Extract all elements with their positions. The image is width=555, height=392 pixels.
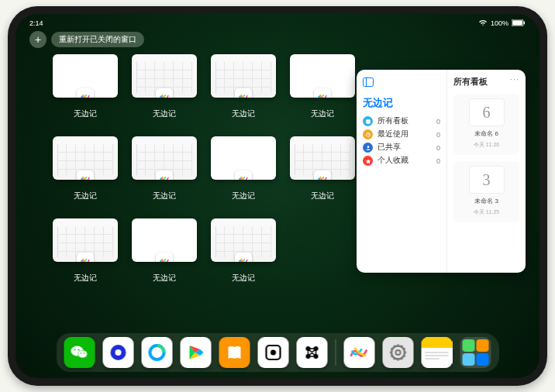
freeform-icon[interactable] [344, 337, 375, 368]
svg-line-29 [402, 358, 402, 359]
status-time: 2:14 [29, 19, 43, 27]
sidebar-item-count: 0 [436, 131, 440, 139]
board-name: 未命名 6 [474, 129, 498, 138]
board-thumbnail: 6 [469, 98, 505, 126]
window-label: 无边记 [153, 191, 176, 201]
freeform-app-icon [235, 88, 252, 98]
svg-line-32 [391, 356, 392, 356]
play-icon[interactable] [181, 337, 212, 368]
freeform-app-icon [156, 170, 173, 180]
svg-rect-1 [512, 20, 522, 26]
settings-icon[interactable] [383, 337, 414, 368]
status-bar: 2:14 100% [16, 17, 539, 29]
freeform-app-icon [77, 253, 94, 262]
freeform-app-icon [156, 88, 173, 98]
panel-title: 无边记 [363, 96, 440, 110]
app-library-icon[interactable] [460, 337, 491, 368]
sidebar-item-icon [363, 129, 373, 139]
svg-point-15 [84, 352, 85, 354]
svg-point-11 [78, 350, 88, 358]
dice-icon[interactable] [258, 337, 289, 368]
svg-line-35 [394, 346, 395, 347]
sidebar-item-icon [363, 143, 373, 153]
svg-rect-5 [366, 119, 370, 123]
svg-point-9 [367, 146, 369, 148]
sidebar-item[interactable]: 个人收藏0 [363, 154, 440, 167]
sidebar-icon [363, 76, 374, 90]
qqbrowser-icon[interactable] [142, 337, 173, 368]
window-label: 无边记 [74, 108, 97, 119]
window-thumbnail[interactable]: 无边记 [53, 136, 118, 201]
wifi-icon [478, 19, 488, 28]
window-thumbnail[interactable]: 无边记 [53, 218, 118, 284]
dock [57, 333, 499, 372]
board-card[interactable]: 6未命名 6今天 11:26 [453, 94, 519, 155]
freeform-app-icon [314, 88, 331, 98]
sidebar-item-count: 0 [436, 157, 440, 165]
freeform-app-icon [77, 88, 94, 98]
battery-icon [512, 19, 526, 28]
dock-separator [336, 339, 336, 366]
wechat-icon[interactable] [64, 337, 95, 368]
screen: 2:14 100% + 重新打开已关闭的窗口 无边记无边记无边记无边记无边记无边… [16, 14, 539, 378]
svg-point-14 [81, 352, 82, 354]
svg-line-38 [403, 349, 405, 349]
freeform-app-icon [235, 170, 252, 180]
freeform-panel: ··· 无边记 所有看板0最近使用0已共享0个人收藏0 所有看板 6未命名 6今… [357, 70, 526, 273]
reopen-closed-button[interactable]: 重新打开已关闭的窗口 [51, 32, 144, 47]
svg-rect-3 [364, 78, 374, 87]
sidebar-item[interactable]: 最近使用0 [363, 128, 440, 141]
svg-line-34 [391, 349, 392, 349]
sidebar-item-count: 0 [436, 144, 440, 152]
window-label: 无边记 [74, 273, 97, 284]
window-thumbnail[interactable]: 无边记 [211, 218, 276, 284]
window-thumbnail[interactable]: 无边记 [132, 136, 197, 201]
svg-line-31 [394, 358, 395, 359]
sidebar-item-label: 所有看板 [377, 116, 408, 126]
panel-sidebar: 无边记 所有看板0最近使用0已共享0个人收藏0 [357, 70, 446, 273]
window-label: 无边记 [74, 191, 97, 201]
svg-point-17 [115, 349, 122, 356]
new-window-button[interactable]: + [29, 31, 47, 48]
freeform-app-icon [235, 253, 252, 262]
window-thumbnail[interactable]: 无边记 [290, 136, 355, 201]
window-thumbnail[interactable]: 无边记 [211, 54, 276, 119]
battery-text: 100% [491, 19, 508, 27]
sidebar-item[interactable]: 已共享0 [363, 141, 440, 154]
svg-point-26 [396, 350, 401, 355]
sidebar-item-label: 最近使用 [377, 129, 408, 139]
window-label: 无边记 [232, 273, 255, 284]
board-thumbnail: 3 [469, 166, 505, 194]
window-thumbnail[interactable]: 无边记 [132, 54, 197, 119]
window-label: 无边记 [232, 108, 255, 119]
window-label: 无边记 [232, 191, 255, 201]
window-grid: 无边记无边记无边记无边记无边记无边记无边记无边记无边记无边记无边记 [53, 54, 355, 284]
board-card[interactable]: 3未命名 3今天 11:25 [453, 161, 519, 222]
svg-point-12 [74, 349, 76, 351]
window-label: 无边记 [311, 191, 334, 201]
window-thumbnail[interactable]: 无边记 [211, 136, 276, 201]
window-label: 无边记 [311, 108, 334, 119]
board-date: 今天 11:26 [474, 141, 499, 149]
freeform-app-icon [156, 253, 173, 262]
notes-icon[interactable] [422, 337, 453, 368]
top-buttons: + 重新打开已关闭的窗口 [29, 31, 144, 48]
books-icon[interactable] [219, 337, 250, 368]
window-label: 无边记 [153, 273, 176, 284]
svg-rect-2 [524, 21, 526, 24]
sidebar-item-count: 0 [436, 118, 440, 126]
window-thumbnail[interactable]: 无边记 [132, 218, 197, 284]
window-thumbnail[interactable]: 无边记 [290, 54, 355, 119]
panel-content: 所有看板 6未命名 6今天 11:263未命名 3今天 11:25 [446, 70, 526, 273]
freeform-app-icon [314, 170, 331, 180]
freeform-app-icon [77, 170, 94, 180]
sidebar-item-label: 已共享 [377, 143, 401, 153]
connect-icon[interactable] [297, 337, 328, 368]
board-date: 今天 11:25 [474, 208, 499, 216]
window-thumbnail[interactable]: 无边记 [53, 54, 118, 119]
sidebar-item-icon [363, 156, 373, 166]
quark-icon[interactable] [103, 337, 134, 368]
ipad-frame: 2:14 100% + 重新打开已关闭的窗口 无边记无边记无边记无边记无边记无边… [8, 6, 547, 386]
sidebar-item[interactable]: 所有看板0 [363, 115, 440, 128]
panel-more-icon[interactable]: ··· [510, 74, 519, 84]
